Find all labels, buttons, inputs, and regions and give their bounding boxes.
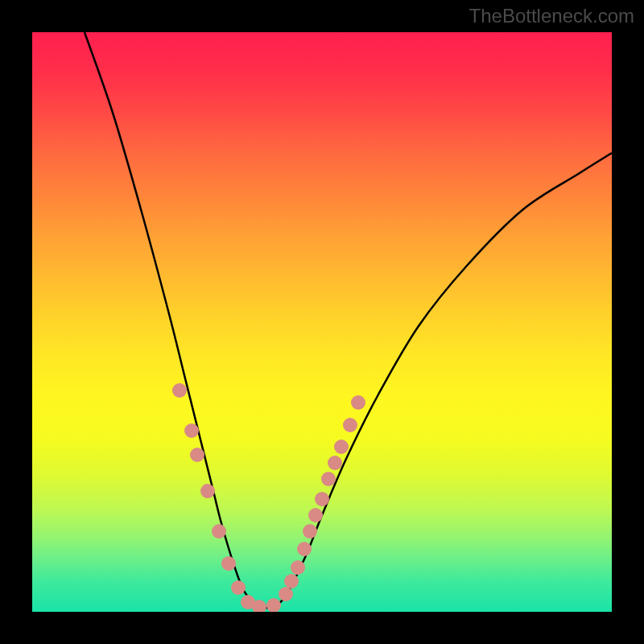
curve-marker (321, 472, 336, 486)
curve-marker (212, 524, 226, 539)
chart-plot-area (32, 32, 612, 612)
curve-marker (291, 560, 305, 575)
curve-marker (200, 484, 215, 498)
curve-marker (334, 440, 349, 454)
curve-marker (231, 580, 246, 595)
curve-marker (184, 423, 199, 438)
curve-marker (252, 600, 266, 612)
curve-marker (343, 418, 357, 432)
curve-marker (328, 456, 342, 470)
curve-marker (266, 598, 281, 612)
chart-svg (32, 32, 612, 612)
curve-marker (315, 492, 329, 506)
bottleneck-curve (85, 32, 612, 608)
curve-marker (303, 524, 317, 539)
curve-marker (284, 574, 299, 588)
curve-marker (241, 595, 255, 609)
curve-marker (308, 508, 323, 522)
curve-marker (190, 448, 204, 462)
curve-marker (172, 383, 187, 398)
curve-marker (297, 542, 312, 556)
curve-marker (221, 556, 236, 571)
curve-marker (279, 587, 293, 601)
attribution-text: TheBottleneck.com (469, 5, 634, 27)
curve-marker (351, 395, 365, 410)
marker-group (172, 383, 365, 612)
